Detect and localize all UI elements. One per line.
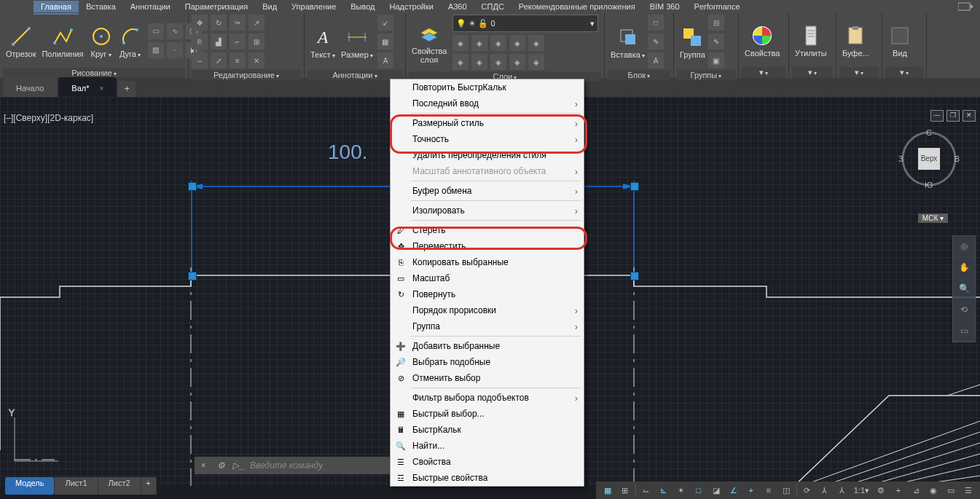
rect-icon[interactable]: ▭ [148, 23, 164, 39]
add-layout-button[interactable]: + [141, 477, 157, 495]
grip[interactable] [188, 272, 197, 280]
sb-anno-icon[interactable]: ⅄ [816, 482, 834, 498]
help-dropdown[interactable] [958, 1, 980, 12]
doc-tab[interactable]: Вал*× [58, 77, 117, 97]
arc-button[interactable]: Дуга ▾ [116, 23, 145, 60]
new-tab-button[interactable]: + [118, 81, 136, 97]
move-icon[interactable]: ✥ [192, 15, 208, 31]
menu-Вставка[interactable]: Вставка [79, 1, 123, 12]
ctx-Размерный стиль[interactable]: Размерный стиль [391, 115, 584, 131]
sb-hw-icon[interactable]: ◉ [925, 482, 942, 498]
viewport-label[interactable]: [–][Сверху][2D-каркас] [4, 113, 93, 123]
menu-Надстройки[interactable]: Надстройки [383, 1, 441, 12]
ctx-Быстрые свойства[interactable]: ☲Быстрые свойства [391, 470, 584, 486]
sb-clean-icon[interactable]: ▭ [942, 482, 960, 498]
ctx-Найти...[interactable]: 🔍Найти... [391, 438, 584, 454]
coord-label[interactable]: МСК ▾ [918, 213, 948, 223]
sb-model-icon[interactable]: ▦ [599, 482, 616, 498]
block-attr-icon[interactable]: A [648, 52, 664, 68]
sb-ortho-icon[interactable]: ⊾ [655, 482, 673, 498]
leader-icon[interactable]: ↙ [377, 15, 393, 31]
menu-BIM 360[interactable]: BIM 360 [643, 1, 687, 12]
hatch-icon[interactable]: ▨ [148, 42, 164, 58]
panel-expand-props[interactable]: ▾ [742, 67, 785, 78]
nav-pan-icon[interactable]: ✋ [953, 257, 975, 278]
grip[interactable] [630, 272, 639, 280]
layer-tool-9[interactable]: ◈ [509, 54, 525, 70]
layer-tool-1[interactable]: ◈ [452, 35, 469, 51]
sb-osnap-icon[interactable]: □ [690, 482, 707, 498]
sb-3dosnap-icon[interactable]: ◪ [707, 482, 725, 498]
scale-icon[interactable]: ⤢ [211, 52, 227, 68]
table-icon[interactable]: ▦ [377, 34, 393, 50]
ctx-Переместить[interactable]: ✥Переместить [391, 238, 584, 254]
layout-tab[interactable]: Модель [5, 477, 55, 495]
grip[interactable] [630, 182, 639, 191]
ctx-Точность[interactable]: Точность [391, 131, 584, 147]
stretch-icon[interactable]: ↔ [192, 52, 208, 68]
panel-title-edit[interactable]: Редактирование [192, 70, 301, 80]
block-create-icon[interactable]: □ [648, 15, 664, 31]
viewport-min-icon[interactable]: — [930, 110, 944, 122]
layer-tool-10[interactable]: ◈ [528, 54, 544, 70]
nav-orbit-icon[interactable]: ⟲ [953, 299, 975, 321]
ctx-Группа[interactable]: Группа [391, 318, 584, 334]
sb-cycle-icon[interactable]: ⟳ [799, 482, 816, 498]
ctx-Отменить выбор[interactable]: ⊘Отменить выбор [391, 370, 584, 386]
sb-otrack-icon[interactable]: ∠ [725, 482, 742, 498]
sb-grid-icon[interactable]: ⊞ [616, 482, 634, 498]
menu-Управление[interactable]: Управление [284, 1, 343, 12]
sb-custom-icon[interactable]: ☰ [960, 482, 977, 498]
ctx-Удалить переопределения стиля[interactable]: Удалить переопределения стиля [391, 147, 584, 163]
nav-zoom-icon[interactable]: 🔍 [953, 278, 975, 299]
ctx-Буфер обмена[interactable]: Буфер обмена [391, 183, 584, 199]
erase-icon[interactable]: ✕ [248, 52, 264, 68]
panel-title-groups[interactable]: Группы [677, 70, 735, 80]
ctx-Масштаб[interactable]: ▭Масштаб [391, 270, 584, 286]
nav-show-icon[interactable]: ▭ [953, 321, 975, 342]
panel-expand-util[interactable]: ▾ [792, 67, 833, 78]
ctx-Последний ввод[interactable]: Последний ввод [391, 95, 584, 111]
sb-lwt-icon[interactable]: ≡ [760, 482, 777, 498]
ctx-Копировать выбранные[interactable]: ⎘Копировать выбранные [391, 254, 584, 270]
sb-scale[interactable]: 1:1 ▾ [851, 482, 872, 498]
layer-combo[interactable]: 💡 ☀ 🔓 0▾ [452, 15, 598, 32]
group-button[interactable]: Группа [677, 24, 708, 60]
sb-transp-icon[interactable]: ◫ [777, 482, 795, 498]
point-icon[interactable]: · [167, 42, 183, 58]
menu-Рекомендованные приложения[interactable]: Рекомендованные приложения [511, 1, 643, 12]
ctx-БыстрКальк[interactable]: 🖩БыстрКальк [391, 422, 584, 438]
group-edit-icon[interactable]: ✎ [708, 34, 724, 50]
menu-Аннотации[interactable]: Аннотации [123, 1, 178, 12]
sb-annoscale-icon[interactable]: ⅄ [834, 482, 851, 498]
ctx-Выбрать подобные[interactable]: 🔎Выбрать подобные [391, 354, 584, 370]
layer-tool-5[interactable]: ◈ [528, 35, 544, 51]
menu-СПДС[interactable]: СПДС [474, 1, 511, 12]
spline-icon[interactable]: ∿ [167, 23, 183, 39]
panel-expand-view[interactable]: ▾ [885, 67, 923, 78]
props-button[interactable]: Свойства [742, 23, 783, 59]
menu-Параметризация[interactable]: Параметризация [178, 1, 255, 12]
layer-tool-4[interactable]: ◈ [509, 35, 525, 51]
menu-Performance[interactable]: Performance [687, 1, 748, 12]
menu-Вывод[interactable]: Вывод [343, 1, 382, 12]
ctx-Изолировать[interactable]: Изолировать [391, 203, 584, 219]
mtext-icon[interactable]: A [377, 52, 393, 68]
layer-tool-7[interactable]: ◈ [471, 54, 487, 70]
sb-snap-icon[interactable]: ⌙ [638, 482, 655, 498]
menu-Главная[interactable]: Главная [34, 1, 79, 12]
layer-tool-3[interactable]: ◈ [490, 35, 506, 51]
view-button[interactable]: Вид [885, 23, 914, 59]
sb-polar-icon[interactable]: ✶ [673, 482, 690, 498]
nav-wheel-icon[interactable]: ◎ [953, 236, 975, 257]
util-button[interactable]: Утилиты [792, 23, 830, 59]
ctx-Повернуть[interactable]: ↻Повернуть [391, 286, 584, 302]
insert-button[interactable]: Вставка ▾ [608, 24, 648, 60]
polyline-button[interactable]: Полилиния [39, 23, 86, 60]
ctx-Быстрый выбор...[interactable]: ▦Быстрый выбор... [391, 406, 584, 422]
array-icon[interactable]: ⊞ [248, 34, 264, 50]
menu-A360[interactable]: A360 [441, 1, 474, 12]
menu-Вид[interactable]: Вид [255, 1, 284, 12]
doc-tab[interactable]: Начало [3, 77, 57, 97]
ungroup-icon[interactable]: ⊟ [708, 15, 724, 31]
